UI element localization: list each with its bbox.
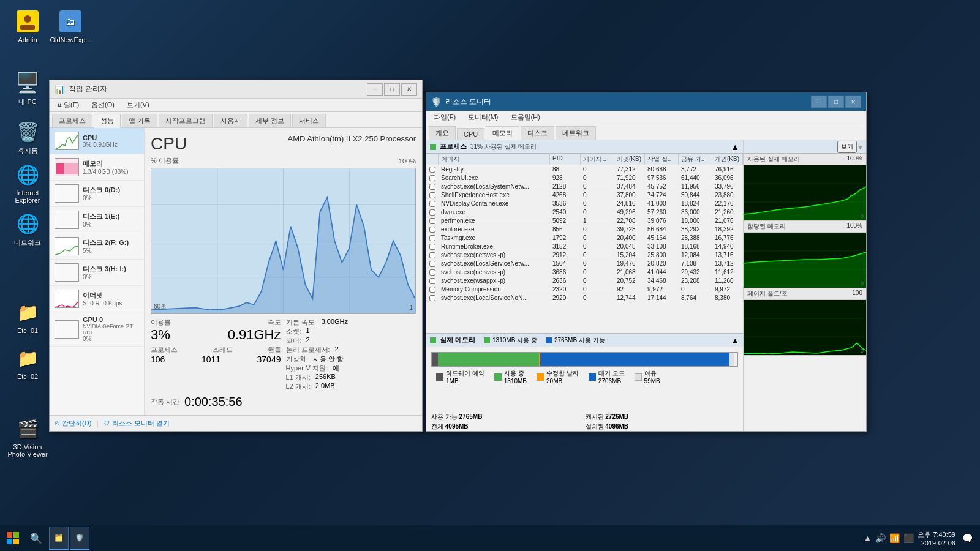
sidebar-disk2[interactable]: 디스크 2(F: G:) 5% xyxy=(50,233,144,260)
tab-services[interactable]: 서비스 xyxy=(292,114,326,127)
process-expand-icon[interactable]: ▲ xyxy=(731,142,739,152)
process-row[interactable]: svchost.exe(netsvcs -p) 2912 0 15,204 25… xyxy=(426,251,743,260)
desktop-icon-etc01[interactable]: 📁 Etc_01 xyxy=(6,300,49,334)
speaker-tray-icon[interactable]: 📶 xyxy=(889,533,900,543)
resmon-menu-monitor[interactable]: 모니터(M) xyxy=(466,111,501,123)
process-row[interactable]: svchost.exe(LocalServiceNetw... 1504 0 1… xyxy=(426,260,743,268)
start-button[interactable] xyxy=(0,525,26,551)
row-check[interactable] xyxy=(426,277,439,285)
desktop-icon-ie[interactable]: 🌐 InternetExplorer xyxy=(6,162,49,204)
sidebar-cpu[interactable]: CPU 3% 0.91GHz xyxy=(50,128,144,154)
row-check[interactable] xyxy=(426,251,439,259)
collapse-btn[interactable]: ⊙ 간단히(D) xyxy=(55,419,91,428)
taskmanager-close[interactable]: ✕ xyxy=(401,83,417,96)
resmon-close[interactable]: ✕ xyxy=(845,96,861,108)
sidebar-disk1[interactable]: 디스크 1(E:) 0% xyxy=(50,207,144,233)
row-pid: 2320 xyxy=(550,285,581,293)
volume-tray-icon[interactable]: 🔊 xyxy=(875,533,886,543)
resmon-menu-help[interactable]: 도움말(H) xyxy=(508,111,543,123)
taskmanager-titlebar[interactable]: 📊 작업 관리자 ─ □ ✕ xyxy=(50,80,422,99)
process-row[interactable]: SearchUI.exe 928 0 71,920 97,536 61,440 … xyxy=(426,174,743,182)
resmon-menu-file[interactable]: 파일(F) xyxy=(431,111,458,123)
desktop-icon-oldnewexp[interactable]: 🗂 OldNewExp... xyxy=(49,9,92,43)
row-check[interactable] xyxy=(426,242,439,250)
row-check[interactable] xyxy=(426,285,439,293)
process-row[interactable]: dwm.exe 2540 0 49,296 57,260 36,000 21,2… xyxy=(426,208,743,217)
sidebar-gpu[interactable]: GPU 0 NVIDIA GeForce GT 610 0% xyxy=(50,312,144,347)
sidebar-disk0[interactable]: 디스크 0(D:) 0% xyxy=(50,181,144,207)
row-check[interactable] xyxy=(426,174,439,182)
process-row[interactable]: svchost.exe(LocalSystemNetw... 2128 0 37… xyxy=(426,182,743,191)
process-row[interactable]: Memory Compression 2320 0 92 9,972 0 9,9… xyxy=(426,285,743,294)
row-check[interactable] xyxy=(426,217,439,225)
desktop-icon-3dvision[interactable]: 🎬 3D VisionPhoto Viewer xyxy=(6,416,49,458)
process-row[interactable]: ShellExperienceHost.exe 4268 0 37,800 74… xyxy=(426,191,743,200)
process-row[interactable]: perfmon.exe 5092 1 22,708 39,076 18,000 … xyxy=(426,217,743,225)
row-check[interactable] xyxy=(426,208,439,216)
tab-apphistory[interactable]: 앱 가록 xyxy=(122,114,157,127)
menu-file[interactable]: 파일(F) xyxy=(55,99,81,111)
row-private: 11,612 xyxy=(712,268,743,276)
resmon-tab-cpu[interactable]: CPU xyxy=(457,128,484,140)
tab-details[interactable]: 세부 정보 xyxy=(249,114,291,127)
tab-startup[interactable]: 시작프로그램 xyxy=(159,114,213,127)
desktop-icon-mypc[interactable]: 🖥️ 내 PC xyxy=(6,70,49,107)
taskmanager-window: 📊 작업 관리자 ─ □ ✕ 파일(F) 옵션(O) 보기(V) 프로세스 성능… xyxy=(49,80,423,432)
desktop-icon-network[interactable]: 🌐 네트워크 xyxy=(6,211,49,247)
row-check[interactable] xyxy=(426,182,439,190)
resmon-maximize[interactable]: □ xyxy=(828,96,844,108)
menu-view[interactable]: 보기(V) xyxy=(124,99,152,111)
notification-icon[interactable]: 🗨️ xyxy=(959,530,975,546)
process-row[interactable]: explorer.exe 856 0 39,728 56,684 38,292 … xyxy=(426,225,743,234)
desktop-icon-recycle[interactable]: 🗑️ 휴지통 xyxy=(6,119,49,156)
sidebar-disk3[interactable]: 디스크 3(H: I:) 0% xyxy=(50,260,144,286)
process-row[interactable]: svchost.exe(netsvcs -p) 3636 0 21,068 41… xyxy=(426,268,743,277)
sidebar-ethernet[interactable]: 이더넷 S: 0 R: 0 Kbps xyxy=(50,286,144,312)
network-tray-icon[interactable]: ▲ xyxy=(863,533,872,543)
tab-users[interactable]: 사용자 xyxy=(214,114,247,127)
tab-process[interactable]: 프로세스 xyxy=(52,114,92,127)
desktop-icon-admin[interactable]: Admin xyxy=(6,9,49,43)
row-check[interactable] xyxy=(426,268,439,276)
row-check[interactable] xyxy=(426,260,439,268)
taskbar-app-shield[interactable]: 🛡️ xyxy=(70,527,89,550)
row-check[interactable] xyxy=(426,191,439,199)
process-row[interactable]: RuntimeBroker.exe 3152 0 20,048 33,108 1… xyxy=(426,242,743,251)
resmon-tab-disk[interactable]: 디스크 xyxy=(521,126,554,140)
row-check[interactable] xyxy=(426,200,439,208)
disk1-sidebar-name: 디스크 1(E:) xyxy=(83,212,139,221)
row-page: 0 xyxy=(581,182,614,190)
row-check[interactable] xyxy=(426,165,439,173)
view-btn[interactable]: 보기 xyxy=(837,141,857,153)
resmon-icon: 🛡️ xyxy=(431,97,442,107)
process-row[interactable]: Registry 88 0 77,312 80,688 3,772 76,916 xyxy=(426,165,743,174)
desktop-icon-etc02[interactable]: 📁 Etc_02 xyxy=(6,346,49,380)
process-row[interactable]: NVDisplay.Container.exe 3536 0 24,816 41… xyxy=(426,200,743,208)
memory-expand-icon[interactable]: ▲ xyxy=(731,335,739,345)
sidebar-memory[interactable]: 메모리 1.3/4.0GB (33%) xyxy=(50,154,144,181)
resmon-tab-network[interactable]: 네트워크 xyxy=(556,126,596,140)
resmon-tab-memory[interactable]: 메모리 xyxy=(486,126,519,140)
resmon-titlebar[interactable]: 🛡️ 리소스 모니터 ─ □ ✕ xyxy=(426,92,866,111)
resmon-tabs: 개요 CPU 메모리 디스크 네트워크 xyxy=(426,124,866,140)
search-button[interactable]: 🔍 xyxy=(26,528,47,549)
tab-performance[interactable]: 성능 xyxy=(94,114,121,128)
resmon-minimize[interactable]: ─ xyxy=(811,96,827,108)
process-row[interactable]: Taskmgr.exe 1792 0 20,400 45,164 28,388 … xyxy=(426,234,743,242)
process-row[interactable]: svchost.exe(LocalServiceNoN... 2920 0 12… xyxy=(426,294,743,302)
row-shared: 0 xyxy=(679,285,712,293)
row-check[interactable] xyxy=(426,294,439,302)
taskmanager-minimize[interactable]: ─ xyxy=(367,83,383,96)
menu-options[interactable]: 옵션(O) xyxy=(89,99,117,111)
graph-real-memory: 사용된 실제 메모리 100% 0 xyxy=(744,154,866,221)
process-row[interactable]: svchost.exe(wsappx -p) 2636 0 20,752 34,… xyxy=(426,277,743,285)
battery-tray-icon[interactable]: ⬛ xyxy=(903,533,914,543)
disk0-sidebar-info: 디스크 0(D:) 0% xyxy=(83,186,139,201)
taskbar-app-explorer[interactable]: 🗂️ xyxy=(49,527,69,550)
row-commit: 24,816 xyxy=(614,200,645,208)
resmon-tab-overview[interactable]: 개요 xyxy=(429,126,456,140)
row-check[interactable] xyxy=(426,225,439,233)
row-check[interactable] xyxy=(426,234,439,242)
open-resmon-btn[interactable]: 🛡 리소스 모니터 열기 xyxy=(103,419,169,428)
taskmanager-maximize[interactable]: □ xyxy=(384,83,400,96)
